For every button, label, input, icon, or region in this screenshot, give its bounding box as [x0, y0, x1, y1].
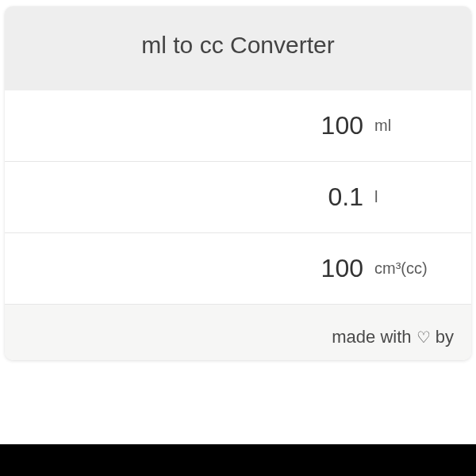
card-header: ml to cc Converter	[5, 6, 471, 90]
heart-icon: ♡	[416, 328, 431, 346]
converter-row-ml: ml	[5, 90, 471, 162]
footer-prefix: made with	[332, 327, 416, 347]
card-footer: made with ♡ by	[5, 305, 471, 360]
converter-card: ml to cc Converter ml l cm³(cc) made wit…	[5, 6, 471, 360]
converter-row-cc: cm³(cc)	[5, 233, 471, 305]
converter-row-l: l	[5, 162, 471, 233]
footer-suffix: by	[431, 327, 454, 347]
l-unit-select[interactable]: l	[370, 188, 457, 206]
bottom-bar	[0, 444, 476, 476]
cc-input[interactable]	[5, 246, 370, 291]
ml-input[interactable]	[5, 103, 370, 148]
page-title: ml to cc Converter	[21, 32, 455, 59]
l-input[interactable]	[5, 175, 370, 220]
ml-unit-select[interactable]: ml	[370, 117, 457, 135]
cc-unit-select[interactable]: cm³(cc)	[370, 259, 457, 278]
